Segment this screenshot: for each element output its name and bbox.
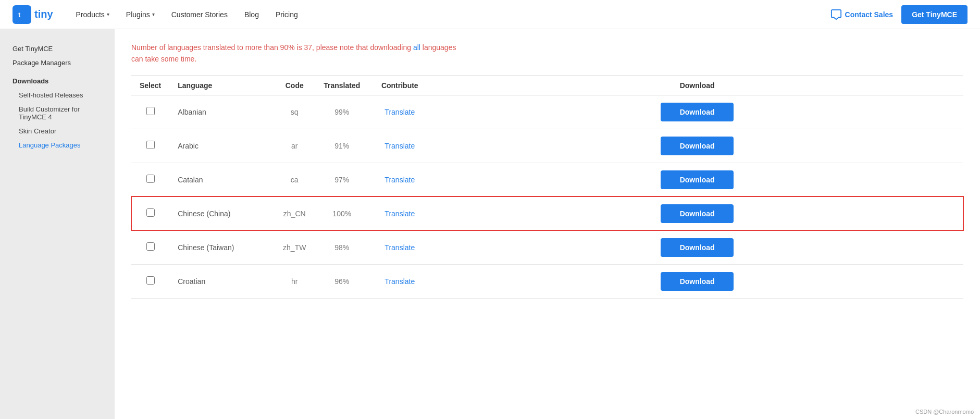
row-download-cell: Download [431, 95, 963, 129]
main-content: Number of languages translated to more t… [115, 29, 980, 419]
logo-icon: t [13, 5, 31, 24]
th-translated: Translated [315, 76, 368, 95]
table-row: Chinese (China) zh_CN 100% Translate Dow… [131, 196, 963, 230]
table-header-row: Select Language Code Translated Contribu… [131, 76, 963, 95]
row-code-cell: zh_CN [274, 196, 315, 230]
watermark: CSDN @Charonmomo [915, 409, 974, 415]
row-contribute-cell: Translate [368, 129, 431, 163]
translate-link-3[interactable]: Translate [384, 210, 415, 218]
row-checkbox-4[interactable] [146, 242, 155, 251]
row-code-cell: ar [274, 129, 315, 163]
site-header: t tiny Products ▾ Plugins ▾ Customer Sto… [0, 0, 980, 29]
sidebar-item-get-tinymce[interactable]: Get TinyMCE [0, 42, 115, 56]
download-button-5[interactable]: Download [661, 272, 734, 291]
download-button-3[interactable]: Download [661, 204, 734, 223]
nav-customer-stories[interactable]: Customer Stories [165, 6, 234, 23]
th-download: Download [431, 76, 963, 95]
table-row: Albanian sq 99% Translate Download [131, 95, 963, 129]
row-checkbox-5[interactable] [146, 276, 155, 285]
download-button-4[interactable]: Download [661, 238, 734, 257]
row-checkbox-2[interactable] [146, 175, 155, 183]
sidebar-item-build-customizer[interactable]: Build Customizer for TinyMCE 4 [0, 102, 115, 124]
table-row: Croatian hr 96% Translate Download [131, 264, 963, 298]
row-translated-cell: 96% [315, 264, 368, 298]
row-select-cell [131, 196, 169, 230]
row-translated-cell: 91% [315, 129, 368, 163]
row-select-cell [131, 95, 169, 129]
row-contribute-cell: Translate [368, 264, 431, 298]
row-download-cell: Download [431, 129, 963, 163]
row-checkbox-0[interactable] [146, 107, 155, 115]
row-download-cell: Download [431, 196, 963, 230]
row-language-cell: Chinese (China) [169, 196, 274, 230]
row-language-cell: Arabic [169, 129, 274, 163]
row-translated-cell: 97% [315, 163, 368, 196]
sidebar-item-package-managers[interactable]: Package Managers [0, 56, 115, 70]
row-checkbox-3[interactable] [146, 208, 155, 217]
table-row: Arabic ar 91% Translate Download [131, 129, 963, 163]
logo-text: tiny [34, 8, 53, 20]
chevron-down-icon: ▾ [152, 11, 155, 17]
sidebar-item-downloads[interactable]: Downloads [0, 74, 115, 88]
download-button-0[interactable]: Download [661, 103, 734, 121]
translate-link-2[interactable]: Translate [384, 176, 415, 184]
row-select-cell [131, 163, 169, 196]
sidebar-item-skin-creator[interactable]: Skin Creator [0, 124, 115, 138]
translate-link-4[interactable]: Translate [384, 243, 415, 252]
nav-pricing[interactable]: Pricing [269, 6, 304, 23]
page-layout: Get TinyMCE Package Managers Downloads S… [0, 29, 980, 419]
row-select-cell [131, 129, 169, 163]
row-download-cell: Download [431, 163, 963, 196]
table-row: Catalan ca 97% Translate Download [131, 163, 963, 196]
row-translated-cell: 98% [315, 230, 368, 264]
info-highlight-red: Number of languages translated to more t… [131, 43, 413, 52]
translate-link-5[interactable]: Translate [384, 277, 415, 286]
row-language-cell: Albanian [169, 95, 274, 129]
row-contribute-cell: Translate [368, 230, 431, 264]
row-language-cell: Chinese (Taiwan) [169, 230, 274, 264]
main-nav: Products ▾ Plugins ▾ Customer Stories Bl… [70, 6, 830, 23]
row-contribute-cell: Translate [368, 163, 431, 196]
sidebar: Get TinyMCE Package Managers Downloads S… [0, 29, 115, 419]
translate-link-0[interactable]: Translate [384, 108, 415, 116]
chat-icon [830, 9, 842, 20]
row-code-cell: sq [274, 95, 315, 129]
logo[interactable]: t tiny [13, 5, 53, 24]
row-contribute-cell: Translate [368, 95, 431, 129]
row-code-cell: hr [274, 264, 315, 298]
row-download-cell: Download [431, 264, 963, 298]
nav-plugins[interactable]: Plugins ▾ [120, 6, 161, 23]
row-code-cell: zh_TW [274, 230, 315, 264]
header-right: Contact Sales Get TinyMCE [830, 5, 967, 24]
download-button-1[interactable]: Download [661, 137, 734, 155]
translate-link-1[interactable]: Translate [384, 142, 415, 150]
row-language-cell: Croatian [169, 264, 274, 298]
row-contribute-cell: Translate [368, 196, 431, 230]
nav-products[interactable]: Products ▾ [70, 6, 116, 23]
contact-sales-link[interactable]: Contact Sales [830, 9, 894, 20]
sidebar-item-language-packages[interactable]: Language Packages [0, 138, 115, 152]
table-row: Chinese (Taiwan) zh_TW 98% Translate Dow… [131, 230, 963, 264]
row-select-cell [131, 264, 169, 298]
th-contribute: Contribute [368, 76, 431, 95]
th-code: Code [274, 76, 315, 95]
row-translated-cell: 99% [315, 95, 368, 129]
language-table: Select Language Code Translated Contribu… [131, 76, 963, 299]
download-button-2[interactable]: Download [661, 170, 734, 189]
th-select: Select [131, 76, 169, 95]
row-code-cell: ca [274, 163, 315, 196]
row-language-cell: Catalan [169, 163, 274, 196]
info-highlight-blue: all [413, 43, 420, 52]
chevron-down-icon: ▾ [107, 11, 109, 17]
info-text: Number of languages translated to more t… [131, 42, 963, 65]
th-language: Language [169, 76, 274, 95]
row-select-cell [131, 230, 169, 264]
row-download-cell: Download [431, 230, 963, 264]
nav-blog[interactable]: Blog [238, 6, 265, 23]
sidebar-item-self-hosted[interactable]: Self-hosted Releases [0, 88, 115, 102]
row-translated-cell: 100% [315, 196, 368, 230]
svg-text:t: t [18, 11, 21, 19]
row-checkbox-1[interactable] [146, 141, 155, 149]
get-tinymce-button[interactable]: Get TinyMCE [901, 5, 967, 24]
